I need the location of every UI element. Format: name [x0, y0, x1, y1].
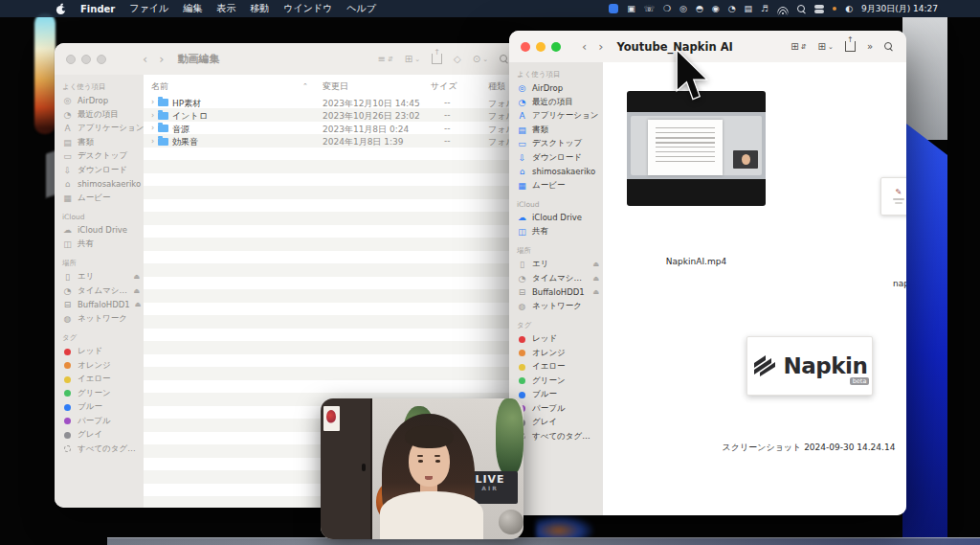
notes-icon[interactable]: ▤	[745, 5, 753, 13]
sidebar-tag-green[interactable]: グリーン	[509, 375, 603, 389]
sidebar-item-device[interactable]: ▯エリ⏏	[509, 258, 603, 272]
sidebar-item-desktop[interactable]: ▭デスクトップ	[55, 149, 144, 164]
file-row-intro[interactable]: › イントロ 2023年10月26日 23:02 -- フォル	[144, 109, 522, 123]
search-icon[interactable]	[500, 55, 508, 63]
share-button[interactable]	[432, 54, 442, 64]
sort-indicator-icon[interactable]: ⌃	[302, 82, 308, 90]
file-row-koukaon[interactable]: › 効果音 2024年1月8日 1:39 -- フォル	[144, 135, 522, 148]
disclosure-icon[interactable]: ›	[151, 124, 154, 132]
sidebar-item-network[interactable]: ◍ネットワーク	[55, 312, 144, 327]
disclosure-icon[interactable]: ›	[151, 111, 154, 120]
play-icon[interactable]: ◉	[712, 5, 720, 13]
sidebar-item-downloads[interactable]: ⇩ダウンロード	[509, 151, 603, 166]
column-kind[interactable]: 種類	[488, 80, 505, 93]
file-label[interactable]: napkin-selection.png	[880, 279, 906, 288]
sidebar-item-applications[interactable]: Aアプリケーション	[509, 109, 603, 124]
sidebar-tag-orange[interactable]: オレンジ	[55, 359, 144, 374]
tag-button[interactable]: ◇	[454, 54, 461, 64]
compass-icon[interactable]: ◓	[696, 5, 703, 13]
control-center-icon[interactable]	[814, 5, 824, 13]
search-icon[interactable]	[884, 42, 893, 51]
column-size[interactable]: サイズ	[431, 80, 457, 93]
sidebar-item-shared[interactable]: ◫共有	[509, 225, 603, 239]
file-row-ongen[interactable]: › 音源 2023年11月8日 0:24 -- フォル	[144, 122, 522, 135]
sidebar-item-movies[interactable]: ▦ムービー	[509, 179, 603, 193]
spotlight-icon[interactable]	[797, 5, 806, 13]
forward-button[interactable]: ›	[159, 52, 164, 66]
group-button[interactable]: ⊞⌄	[405, 54, 420, 64]
sidebar-tag-purple[interactable]: パープル	[55, 415, 144, 429]
eject-icon[interactable]: ⏏	[133, 273, 140, 281]
menu-window[interactable]: ウインドウ	[283, 2, 332, 15]
menu-file[interactable]: ファイル	[129, 2, 168, 15]
eject-icon[interactable]: ⏏	[135, 301, 142, 308]
close-button[interactable]	[521, 42, 530, 52]
back-button[interactable]: ‹	[582, 39, 587, 54]
file-thumbnail-screenshot[interactable]: Napkinbeta	[746, 336, 873, 396]
view-selector[interactable]: ≡⇵	[378, 54, 393, 64]
file-label[interactable]: NapkinAI.mp4	[627, 257, 766, 266]
sidebar-item-movies[interactable]: ▦ムービー	[55, 192, 144, 206]
group-button[interactable]: ⊞⌄	[818, 41, 834, 52]
sidebar-item-airdrop[interactable]: ◎AirDrop	[55, 94, 144, 108]
sidebar-item-network[interactable]: ◍ネットワーク	[509, 300, 603, 314]
sidebar-item-device[interactable]: ▯エリ⏏	[55, 270, 144, 284]
sidebar-item-icloud-drive[interactable]: ☁iCloud Drive	[509, 211, 603, 225]
menu-bar-clock[interactable]: 9月30日(月) 14:27	[861, 3, 938, 15]
sidebar-tag-green[interactable]: グリーン	[55, 387, 144, 401]
sidebar-item-icloud-drive[interactable]: ☁iCloud Drive	[55, 223, 144, 238]
sidebar-item-timemachine[interactable]: ◔タイムマシ…⏏	[55, 284, 144, 299]
close-button[interactable]	[66, 55, 76, 64]
back-button[interactable]: ‹	[143, 52, 147, 66]
zoom-button[interactable]	[97, 55, 106, 64]
sidebar-item-shared[interactable]: ◫共有	[55, 238, 144, 252]
clock-icon[interactable]: ◔	[728, 5, 736, 13]
sidebar-item-applications[interactable]: Aアプリケーション	[55, 122, 144, 136]
menu-finder[interactable]: Finder	[80, 4, 115, 14]
wifi-icon[interactable]	[777, 5, 789, 13]
sidebar-tag-yellow[interactable]: イエロー	[509, 360, 603, 375]
chat-icon[interactable]: ❍	[663, 5, 671, 13]
sidebar-tag-gray[interactable]: グレイ	[55, 428, 144, 443]
minimize-button[interactable]	[81, 55, 91, 64]
menu-view[interactable]: 表示	[216, 2, 235, 15]
menu-go[interactable]: 移動	[250, 2, 269, 15]
sidebar-tag-red[interactable]: レッド	[509, 332, 603, 347]
eject-icon[interactable]: ⏏	[592, 275, 599, 283]
sidebar-item-recents[interactable]: ◔最近の項目	[509, 96, 603, 110]
zoom-button[interactable]	[551, 42, 561, 52]
disclosure-icon[interactable]: ›	[151, 98, 154, 106]
disclosure-icon[interactable]: ›	[151, 137, 154, 146]
camera-icon[interactable]: ▣	[627, 5, 635, 13]
sidebar-tag-blue[interactable]: ブルー	[509, 388, 603, 402]
eject-icon[interactable]: ⏏	[592, 288, 599, 296]
apple-menu-icon[interactable]	[56, 3, 66, 15]
sidebar-item-documents[interactable]: ▤書類	[55, 136, 144, 150]
audio-icon[interactable]: ♬	[761, 5, 768, 13]
menu-help[interactable]: ヘルプ	[346, 2, 376, 15]
sidebar-item-timemachine[interactable]: ◔タイムマシ…⏏	[509, 272, 603, 286]
file-thumbnail-napkinai-mp4[interactable]	[627, 91, 766, 206]
menu-edit[interactable]: 編集	[183, 2, 202, 15]
sidebar-tag-orange[interactable]: オレンジ	[509, 347, 603, 361]
sidebar-item-buffalohdd[interactable]: ⊟BuffaloHDD1⏏	[55, 298, 144, 312]
file-label[interactable]: スクリーンショット 2024-09-30 14.24.14	[708, 442, 906, 454]
sidebar-tag-red[interactable]: レッド	[55, 345, 144, 359]
sidebar-item-buffalohdd[interactable]: ⊟BuffaloHDD1⏏	[509, 285, 603, 300]
sidebar-item-airdrop[interactable]: ◎AirDrop	[509, 81, 603, 96]
sidebar-item-home[interactable]: ⌂shimosakaeriko	[55, 177, 144, 192]
record-icon[interactable]: ◎	[679, 5, 687, 13]
eject-icon[interactable]: ⏏	[133, 287, 140, 295]
file-row-hp-sozai[interactable]: › HP素材 2023年12月10日 14:45 -- フォル	[144, 96, 522, 109]
phone-icon[interactable]: ☏	[644, 5, 655, 13]
sidebar-item-home[interactable]: ⌂shimosakaeriko	[509, 165, 603, 179]
sidebar-tag-blue[interactable]: ブルー	[55, 400, 144, 415]
more-button[interactable]: ⊙⌄	[473, 54, 488, 64]
column-name[interactable]: 名前	[151, 80, 168, 93]
sidebar-item-documents[interactable]: ▤書類	[509, 124, 603, 138]
file-thumbnail-napkin-selection-png[interactable]: ✎ ☐ ○ ▯ ◖	[880, 177, 906, 216]
sidebar-item-desktop[interactable]: ▭デスクトップ	[509, 137, 603, 151]
sidebar-tag-yellow[interactable]: イエロー	[55, 373, 144, 387]
sidebar-all-tags[interactable]: すべてのタグ…	[55, 443, 144, 457]
share-button[interactable]	[845, 41, 856, 52]
